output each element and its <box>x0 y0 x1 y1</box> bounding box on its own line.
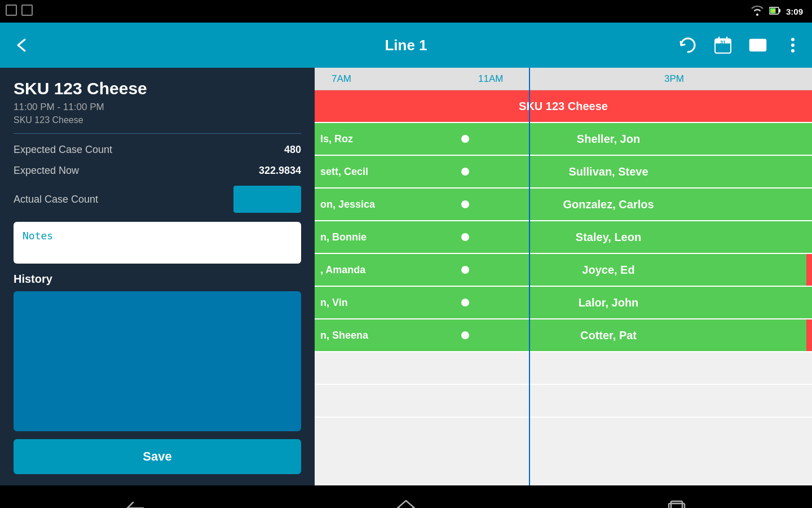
table-row: on, Jessica Gonzalez, Carlos <box>315 189 812 221</box>
divider-dot <box>461 135 469 143</box>
actual-case-count-input[interactable] <box>233 186 301 213</box>
timeline-header: 7AM 11AM 3PM <box>315 68 812 90</box>
left-panel: SKU 123 Cheese 11:00 PM - 11:00 PM SKU 1… <box>0 68 315 485</box>
status-bar: ⚡ 3:09 <box>0 0 812 23</box>
divider <box>14 133 301 134</box>
screenshot-icon <box>6 5 17 16</box>
recents-nav-button[interactable] <box>654 491 699 508</box>
table-row: n, Bonnie Staley, Leon <box>315 221 812 254</box>
main-content: SKU 123 Cheese 11:00 PM - 11:00 PM SKU 1… <box>0 68 812 485</box>
time-label-3pm: 3PM <box>664 73 684 85</box>
table-row <box>315 385 812 418</box>
more-button[interactable] <box>780 33 805 58</box>
sku-subtitle: SKU 123 Cheese <box>14 115 301 125</box>
back-button[interactable] <box>9 32 36 59</box>
bottom-nav <box>0 485 812 508</box>
sku-title: SKU 123 Cheese <box>14 79 301 98</box>
home-nav-button[interactable] <box>383 491 429 508</box>
divider-dot <box>461 331 469 339</box>
row-left-label: n, Sheena <box>315 319 405 351</box>
table-row: sett, Cecil Sullivan, Steve <box>315 156 812 189</box>
svg-point-11 <box>791 43 795 47</box>
notes-input[interactable] <box>14 222 301 264</box>
divider-dot <box>461 299 469 306</box>
svg-marker-14 <box>398 501 414 508</box>
right-panel: 7AM 11AM 3PM SKU 123 Cheese ls, Roz Shel… <box>315 68 812 485</box>
row-left-label: sett, Cecil <box>315 156 405 187</box>
expected-case-count-value: 480 <box>284 144 301 156</box>
table-row: SKU 123 Cheese <box>315 90 812 123</box>
actual-case-count-label: Actual Case Count <box>14 194 98 205</box>
expected-case-count-row: Expected Case Count 480 <box>14 144 301 156</box>
row-center-label: SKU 123 Cheese <box>315 90 812 122</box>
calendar-button[interactable]: 31 <box>710 33 735 58</box>
expected-now-label: Expected Now <box>14 165 79 177</box>
divider-dot <box>461 200 469 208</box>
svg-point-12 <box>791 49 795 52</box>
svg-text:⚡: ⚡ <box>771 8 776 14</box>
top-bar: Line 1 31 <box>0 23 812 68</box>
current-time-line <box>529 68 530 485</box>
refresh-button[interactable] <box>676 33 700 58</box>
status-time: 3:09 <box>786 7 803 16</box>
wifi-icon <box>751 6 764 17</box>
save-button[interactable]: Save <box>14 439 301 474</box>
red-indicator <box>806 254 812 286</box>
top-bar-actions: 31 <box>676 33 805 58</box>
battery-icon: ⚡ <box>769 6 780 17</box>
image-icon <box>21 5 33 16</box>
expected-case-count-label: Expected Case Count <box>14 144 112 156</box>
expected-now-row: Expected Now 322.9834 <box>14 165 301 177</box>
divider-dot <box>461 168 469 176</box>
row-left-label: on, Jessica <box>315 189 405 220</box>
row-left-label: ls, Roz <box>315 123 405 155</box>
table-row <box>315 352 812 385</box>
table-row: ls, Roz Sheller, Jon <box>315 123 812 156</box>
table-row: n, Vin Lalor, John <box>315 287 812 319</box>
time-label-7am: 7AM <box>332 73 351 85</box>
history-area <box>14 291 301 431</box>
email-button[interactable] <box>745 33 770 58</box>
row-left-label: , Amanda <box>315 254 405 286</box>
expected-now-value: 322.9834 <box>259 165 301 177</box>
row-left-label: n, Vin <box>315 287 405 318</box>
actual-case-count-row: Actual Case Count <box>14 186 301 213</box>
back-nav-button[interactable] <box>113 491 158 508</box>
time-label-11am: 11AM <box>478 73 503 85</box>
table-row: , Amanda Joyce, Ed <box>315 254 812 287</box>
time-range: 11:00 PM - 11:00 PM <box>14 102 301 113</box>
svg-point-10 <box>791 38 795 41</box>
svg-rect-1 <box>779 9 780 12</box>
svg-text:31: 31 <box>720 40 726 45</box>
svg-rect-16 <box>671 501 682 508</box>
divider-dot <box>461 233 469 241</box>
history-label: History <box>14 273 301 286</box>
red-indicator <box>806 319 812 351</box>
page-title: Line 1 <box>385 37 427 54</box>
divider-dot <box>461 266 469 274</box>
table-row: n, Sheena Cotter, Pat <box>315 319 812 352</box>
row-left-label: n, Bonnie <box>315 221 405 253</box>
timeline-rows: SKU 123 Cheese ls, Roz Sheller, Jon sett… <box>315 90 812 485</box>
